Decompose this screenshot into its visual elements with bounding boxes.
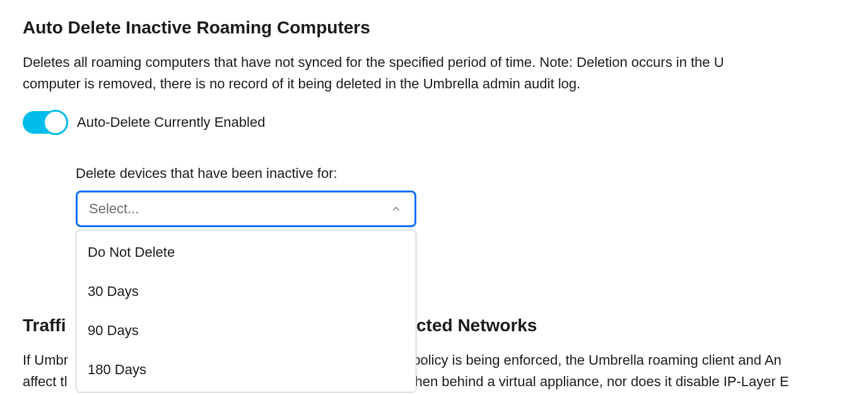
inactive-duration-select[interactable]: Select... (76, 191, 416, 227)
select-label: Delete devices that have been inactive f… (76, 165, 845, 182)
title-left: Traffi (23, 315, 66, 335)
auto-delete-toggle[interactable] (23, 111, 68, 134)
desc1-left: If Umbr (23, 352, 68, 368)
toggle-label: Auto-Delete Currently Enabled (77, 114, 265, 131)
option-do-not-delete[interactable]: Do Not Delete (76, 233, 416, 272)
auto-delete-section: Auto Delete Inactive Roaming Computers D… (23, 18, 845, 227)
option-30-days[interactable]: 30 Days (76, 272, 416, 311)
documentation-link[interactable]: documentation here (23, 392, 145, 395)
option-180-days[interactable]: 180 Days (76, 350, 416, 389)
section-title: Auto Delete Inactive Roaming Computers (23, 18, 845, 38)
description-line1: Deletes all roaming computers that have … (23, 54, 724, 70)
select-placeholder: Select... (89, 201, 139, 217)
dropdown-menu: Do Not Delete 30 Days 90 Days 180 Days (76, 230, 416, 392)
description-line2: computer is removed, there is no record … (23, 76, 580, 91)
option-90-days[interactable]: 90 Days (76, 311, 416, 350)
section-description: Deletes all roaming computers that have … (23, 52, 845, 95)
desc1-right: policy is being enforced, the Umbrella r… (409, 352, 782, 368)
toggle-row: Auto-Delete Currently Enabled (23, 111, 845, 134)
title-right: ected Networks (406, 315, 537, 335)
desc2-right: vhen behind a virtual appliance, nor doe… (408, 374, 789, 389)
select-group: Delete devices that have been inactive f… (76, 165, 845, 227)
desc2-left: affect tl (23, 374, 67, 389)
chevron-up-icon (389, 202, 403, 216)
toggle-knob (43, 110, 68, 135)
